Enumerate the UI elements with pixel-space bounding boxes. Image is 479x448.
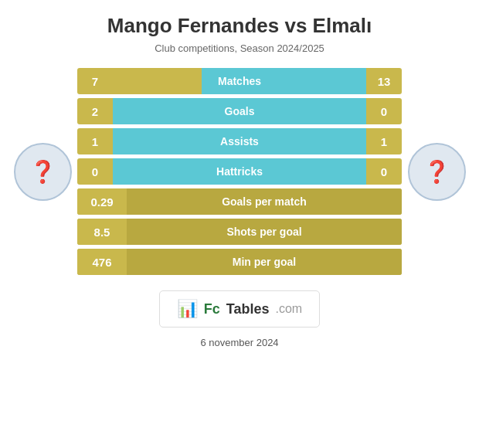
goals-right-val: 0	[366, 98, 402, 124]
shots-per-goal-row: 8.5 Shots per goal	[77, 219, 402, 245]
right-avatar: ❓	[408, 143, 466, 201]
left-avatar: ❓	[14, 143, 72, 201]
footer-logo: 📊 FcTables.com	[159, 290, 320, 328]
matches-row: 7 Matches 13	[77, 68, 402, 94]
hattricks-center: Hattricks	[113, 158, 366, 185]
matches-bar: Matches	[113, 68, 366, 94]
left-avatar-icon: ❓	[29, 159, 56, 185]
matches-bar-fill	[113, 68, 202, 94]
hattricks-right-val: 0	[366, 158, 402, 185]
page-container: Mango Fernandes vs Elmalı Club competiti…	[0, 0, 479, 448]
shots-per-goal-label: Shots per goal	[127, 219, 402, 245]
page-subtitle: Club competitions, Season 2024/2025	[155, 42, 324, 54]
logo-chart-icon: 📊	[177, 299, 198, 319]
assists-right-val: 1	[366, 128, 402, 154]
assists-left-val: 1	[77, 128, 113, 154]
hattricks-left-val: 0	[77, 158, 113, 185]
left-avatar-container: ❓	[8, 110, 77, 233]
goals-per-match-label: Goals per match	[127, 188, 402, 215]
hattricks-label: Hattricks	[216, 165, 263, 178]
logo-fc-text: Fc	[204, 301, 220, 317]
min-per-goal-label: Min per goal	[127, 249, 402, 275]
right-avatar-container: ❓	[402, 110, 471, 233]
logo-tables-text: Tables	[226, 301, 270, 317]
date-text: 6 november 2024	[200, 337, 278, 348]
assists-label: Assists	[220, 135, 259, 148]
shots-per-goal-val: 8.5	[77, 219, 127, 245]
goals-bar: Goals	[113, 98, 366, 124]
goals-row: 2 Goals 0	[77, 98, 402, 124]
hattricks-row: 0 Hattricks 0	[77, 158, 402, 185]
assists-row: 1 Assists 1	[77, 128, 402, 154]
min-per-goal-val: 476	[77, 249, 127, 275]
goals-label: Goals	[225, 105, 255, 117]
matches-label: Matches	[218, 75, 261, 87]
right-avatar-icon: ❓	[423, 159, 450, 185]
matches-left-val: 7	[77, 68, 113, 94]
assists-center: Assists	[113, 128, 366, 154]
page-title: Mango Fernandes vs Elmalı	[107, 14, 372, 38]
main-area: ❓ 7 Matches 13 2 Goals 0	[0, 68, 479, 275]
goals-per-match-val: 0.29	[77, 188, 127, 215]
goals-left-val: 2	[77, 98, 113, 124]
min-per-goal-row: 476 Min per goal	[77, 249, 402, 275]
matches-right-val: 13	[366, 68, 402, 94]
goals-per-match-row: 0.29 Goals per match	[77, 188, 402, 215]
stats-area: 7 Matches 13 2 Goals 0 1 As	[77, 68, 402, 275]
logo-dotcom-text: .com	[276, 302, 303, 316]
